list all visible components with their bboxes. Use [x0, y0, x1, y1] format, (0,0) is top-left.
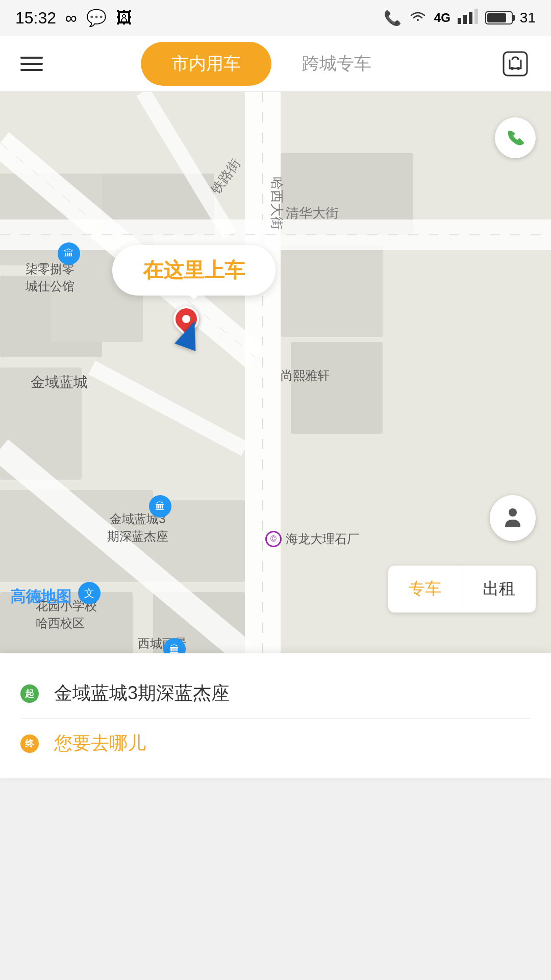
pickup-label[interactable]: 在这里上车: [112, 245, 276, 296]
top-nav: 市内用车 跨城专车: [0, 36, 551, 92]
message-icon: 💬: [86, 8, 107, 28]
image-icon: 🖼: [116, 9, 132, 28]
svg-rect-1: [463, 15, 467, 24]
taxi-tab[interactable]: 出租: [462, 566, 536, 612]
battery-level: 31: [520, 10, 536, 26]
menu-button[interactable]: [20, 57, 43, 71]
call-button[interactable]: [495, 117, 536, 158]
infinity-icon: ∞: [65, 9, 77, 28]
phone-icon: 📞: [384, 10, 402, 27]
wifi-icon: [409, 9, 427, 28]
start-dot: 起: [20, 684, 39, 703]
service-tab-group: 市内用车 跨城专车: [141, 42, 402, 86]
service-type-tabs: 专车 出租: [388, 566, 536, 612]
start-location-row[interactable]: 起 金域蓝城3期深蓝杰座: [20, 669, 531, 719]
bottom-panel: 起 金域蓝城3期深蓝杰座 终 您要去哪儿: [0, 653, 551, 778]
end-location-placeholder: 您要去哪儿: [54, 731, 146, 756]
svg-rect-0: [458, 18, 461, 24]
intercity-tab[interactable]: 跨城专车: [271, 42, 402, 86]
svg-rect-4: [504, 52, 527, 76]
cart-button[interactable]: [500, 48, 531, 79]
svg-point-5: [511, 67, 514, 70]
svg-rect-15: [291, 342, 383, 434]
end-location-row[interactable]: 终 您要去哪儿: [20, 719, 531, 768]
status-left: 15:32 ∞ 💬 🖼: [15, 8, 132, 28]
status-bar: 15:32 ∞ 💬 🖼 📞 4G 31: [0, 0, 551, 36]
amap-logo: 高德地图: [10, 586, 71, 607]
svg-point-6: [517, 67, 520, 70]
svg-rect-2: [469, 12, 472, 24]
streetview-button[interactable]: [490, 495, 536, 541]
svg-rect-3: [474, 9, 478, 24]
signal-4g: 4G: [434, 11, 450, 25]
battery-indicator: [485, 11, 513, 24]
time-display: 15:32: [15, 9, 56, 28]
map-area[interactable]: 哈西大街 清华大街 铁路街 柒零捌零城仕公馆 金域蓝城 尚熙雅轩 金域蓝城3期深…: [0, 92, 551, 653]
start-location-text: 金域蓝城3期深蓝杰座: [54, 681, 230, 706]
status-right: 📞 4G 31: [384, 9, 536, 28]
premium-car-tab[interactable]: 专车: [388, 566, 462, 612]
svg-point-24: [509, 508, 517, 517]
city-ride-tab[interactable]: 市内用车: [141, 42, 271, 86]
signal-bars: [458, 9, 478, 28]
end-dot: 终: [20, 734, 39, 753]
svg-rect-14: [281, 245, 383, 337]
